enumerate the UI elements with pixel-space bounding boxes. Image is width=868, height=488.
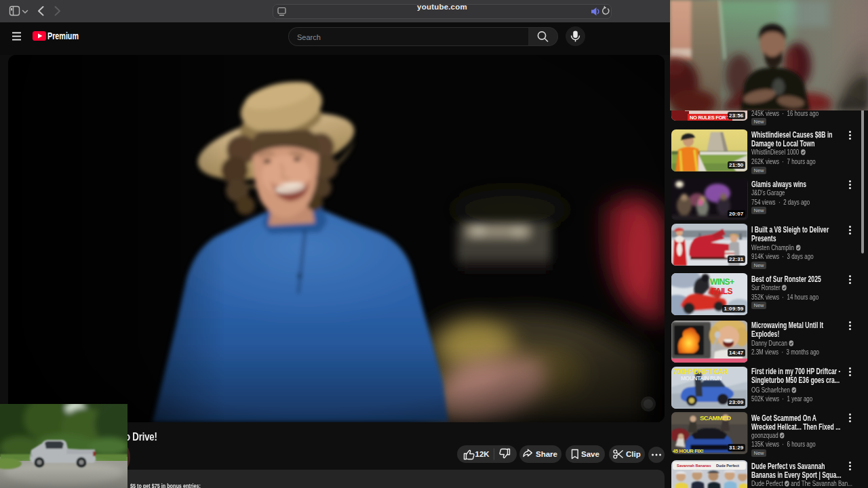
svg-text:Premium: Premium [47,30,79,41]
svg-text:12K: 12K [475,450,490,458]
svg-text:FAILS: FAILS [711,287,733,296]
svg-text:45 HOUR FIX!: 45 HOUR FIX! [673,448,703,454]
svg-text:MOUNTAIN RUN: MOUNTAIN RUN [681,375,722,382]
svg-text:Dude Perfect: Dude Perfect [716,464,739,468]
svg-text:Save: Save [581,450,599,458]
svg-text:Share: Share [536,450,557,458]
svg-text:Savannah Bananas: Savannah Bananas [677,464,711,468]
svg-text:NO RULES FOR TH: NO RULES FOR TH [690,115,733,121]
svg-text:SCAMMED: SCAMMED [700,414,731,422]
svg-text:WINS+: WINS+ [710,277,734,287]
svg-text:Clip: Clip [626,450,641,458]
